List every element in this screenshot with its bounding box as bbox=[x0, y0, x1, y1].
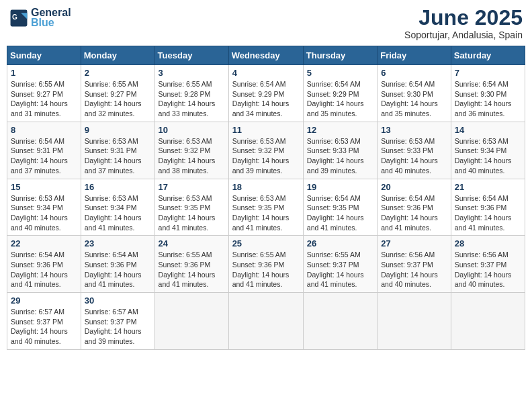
day-number: 9 bbox=[85, 125, 151, 135]
calendar-table: SundayMondayTuesdayWednesdayThursdayFrid… bbox=[7, 46, 525, 350]
day-number: 27 bbox=[381, 238, 447, 248]
calendar-cell bbox=[451, 293, 525, 350]
calendar-cell: 1Sunrise: 6:55 AM Sunset: 9:27 PM Daylig… bbox=[7, 65, 81, 122]
calendar-cell: 15Sunrise: 6:53 AM Sunset: 9:34 PM Dayli… bbox=[7, 179, 81, 236]
day-number: 23 bbox=[85, 238, 151, 248]
calendar-cell: 3Sunrise: 6:55 AM Sunset: 9:28 PM Daylig… bbox=[154, 65, 228, 122]
day-info: Sunrise: 6:57 AM Sunset: 9:37 PM Dayligh… bbox=[85, 307, 151, 347]
calendar-cell bbox=[154, 293, 228, 350]
day-number: 15 bbox=[11, 182, 77, 192]
col-header-saturday: Saturday bbox=[451, 46, 525, 65]
day-number: 12 bbox=[307, 125, 373, 135]
day-info: Sunrise: 6:57 AM Sunset: 9:37 PM Dayligh… bbox=[11, 307, 77, 347]
day-info: Sunrise: 6:54 AM Sunset: 9:31 PM Dayligh… bbox=[11, 136, 77, 176]
day-number: 19 bbox=[307, 182, 373, 192]
title-block: June 2025 Soportujar, Andalusia, Spain bbox=[404, 7, 523, 40]
day-number: 16 bbox=[85, 182, 151, 192]
day-number: 13 bbox=[381, 125, 447, 135]
day-info: Sunrise: 6:53 AM Sunset: 9:34 PM Dayligh… bbox=[455, 136, 521, 176]
day-number: 24 bbox=[159, 238, 225, 248]
day-info: Sunrise: 6:54 AM Sunset: 9:36 PM Dayligh… bbox=[455, 193, 521, 233]
svg-text:G: G bbox=[12, 13, 17, 20]
day-info: Sunrise: 6:55 AM Sunset: 9:36 PM Dayligh… bbox=[232, 250, 300, 289]
day-info: Sunrise: 6:54 AM Sunset: 9:29 PM Dayligh… bbox=[307, 79, 373, 119]
day-number: 20 bbox=[381, 182, 447, 192]
day-number: 25 bbox=[232, 238, 300, 248]
day-number: 29 bbox=[11, 295, 77, 306]
calendar-cell: 19Sunrise: 6:54 AM Sunset: 9:35 PM Dayli… bbox=[303, 179, 377, 236]
col-header-friday: Friday bbox=[378, 46, 451, 65]
calendar-cell: 6Sunrise: 6:54 AM Sunset: 9:30 PM Daylig… bbox=[378, 65, 451, 122]
day-info: Sunrise: 6:54 AM Sunset: 9:30 PM Dayligh… bbox=[381, 79, 447, 119]
logo-icon: G bbox=[9, 9, 28, 28]
day-info: Sunrise: 6:55 AM Sunset: 9:27 PM Dayligh… bbox=[11, 79, 77, 119]
day-info: Sunrise: 6:53 AM Sunset: 9:35 PM Dayligh… bbox=[232, 193, 300, 233]
calendar-cell: 11Sunrise: 6:53 AM Sunset: 9:32 PM Dayli… bbox=[228, 122, 303, 179]
day-info: Sunrise: 6:54 AM Sunset: 9:29 PM Dayligh… bbox=[232, 79, 300, 119]
calendar-cell: 23Sunrise: 6:54 AM Sunset: 9:36 PM Dayli… bbox=[81, 236, 154, 293]
calendar-cell: 8Sunrise: 6:54 AM Sunset: 9:31 PM Daylig… bbox=[7, 122, 81, 179]
calendar-week-row: 22Sunrise: 6:54 AM Sunset: 9:36 PM Dayli… bbox=[7, 236, 525, 293]
day-number: 30 bbox=[85, 295, 151, 306]
day-info: Sunrise: 6:53 AM Sunset: 9:34 PM Dayligh… bbox=[11, 193, 77, 233]
calendar-cell: 4Sunrise: 6:54 AM Sunset: 9:29 PM Daylig… bbox=[228, 65, 303, 122]
col-header-monday: Monday bbox=[81, 46, 154, 65]
day-info: Sunrise: 6:55 AM Sunset: 9:36 PM Dayligh… bbox=[159, 250, 225, 289]
day-number: 14 bbox=[455, 125, 521, 135]
day-number: 5 bbox=[307, 68, 373, 78]
day-info: Sunrise: 6:53 AM Sunset: 9:35 PM Dayligh… bbox=[159, 193, 225, 233]
calendar-cell: 24Sunrise: 6:55 AM Sunset: 9:36 PM Dayli… bbox=[154, 236, 228, 293]
day-number: 21 bbox=[455, 182, 521, 192]
calendar-cell: 9Sunrise: 6:53 AM Sunset: 9:31 PM Daylig… bbox=[81, 122, 154, 179]
day-info: Sunrise: 6:55 AM Sunset: 9:37 PM Dayligh… bbox=[307, 250, 373, 289]
col-header-sunday: Sunday bbox=[7, 46, 81, 65]
calendar-cell: 29Sunrise: 6:57 AM Sunset: 9:37 PM Dayli… bbox=[7, 293, 81, 350]
day-info: Sunrise: 6:53 AM Sunset: 9:32 PM Dayligh… bbox=[232, 136, 300, 176]
calendar-cell: 27Sunrise: 6:56 AM Sunset: 9:37 PM Dayli… bbox=[378, 236, 451, 293]
calendar-cell bbox=[228, 293, 303, 350]
day-number: 11 bbox=[232, 125, 300, 135]
day-number: 3 bbox=[159, 68, 225, 78]
day-info: Sunrise: 6:54 AM Sunset: 9:36 PM Dayligh… bbox=[11, 250, 77, 289]
day-number: 8 bbox=[11, 125, 77, 135]
page-header: G General Blue June 2025 Soportujar, And… bbox=[7, 7, 525, 40]
location-subtitle: Soportujar, Andalusia, Spain bbox=[404, 30, 523, 40]
day-number: 1 bbox=[11, 68, 77, 78]
day-info: Sunrise: 6:56 AM Sunset: 9:37 PM Dayligh… bbox=[455, 250, 521, 289]
calendar-cell: 13Sunrise: 6:53 AM Sunset: 9:33 PM Dayli… bbox=[378, 122, 451, 179]
day-info: Sunrise: 6:54 AM Sunset: 9:35 PM Dayligh… bbox=[307, 193, 373, 233]
calendar-cell: 21Sunrise: 6:54 AM Sunset: 9:36 PM Dayli… bbox=[451, 179, 525, 236]
calendar-cell: 14Sunrise: 6:53 AM Sunset: 9:34 PM Dayli… bbox=[451, 122, 525, 179]
day-number: 4 bbox=[232, 68, 300, 78]
calendar-week-row: 15Sunrise: 6:53 AM Sunset: 9:34 PM Dayli… bbox=[7, 179, 525, 236]
calendar-week-row: 1Sunrise: 6:55 AM Sunset: 9:27 PM Daylig… bbox=[7, 65, 525, 122]
day-number: 28 bbox=[455, 238, 521, 248]
calendar-cell bbox=[378, 293, 451, 350]
day-info: Sunrise: 6:54 AM Sunset: 9:30 PM Dayligh… bbox=[455, 79, 521, 119]
calendar-cell: 12Sunrise: 6:53 AM Sunset: 9:33 PM Dayli… bbox=[303, 122, 377, 179]
calendar-cell: 7Sunrise: 6:54 AM Sunset: 9:30 PM Daylig… bbox=[451, 65, 525, 122]
col-header-thursday: Thursday bbox=[303, 46, 377, 65]
calendar-cell: 28Sunrise: 6:56 AM Sunset: 9:37 PM Dayli… bbox=[451, 236, 525, 293]
day-number: 22 bbox=[11, 238, 77, 248]
calendar-cell: 10Sunrise: 6:53 AM Sunset: 9:32 PM Dayli… bbox=[154, 122, 228, 179]
logo-text: General Blue bbox=[31, 7, 71, 29]
day-info: Sunrise: 6:53 AM Sunset: 9:31 PM Dayligh… bbox=[85, 136, 151, 176]
day-info: Sunrise: 6:56 AM Sunset: 9:37 PM Dayligh… bbox=[381, 250, 447, 289]
calendar-header-row: SundayMondayTuesdayWednesdayThursdayFrid… bbox=[7, 46, 525, 65]
day-number: 10 bbox=[159, 125, 225, 135]
day-info: Sunrise: 6:54 AM Sunset: 9:36 PM Dayligh… bbox=[85, 250, 151, 289]
month-title: June 2025 bbox=[404, 7, 523, 28]
day-info: Sunrise: 6:54 AM Sunset: 9:36 PM Dayligh… bbox=[381, 193, 447, 233]
day-info: Sunrise: 6:53 AM Sunset: 9:33 PM Dayligh… bbox=[381, 136, 447, 176]
calendar-cell: 5Sunrise: 6:54 AM Sunset: 9:29 PM Daylig… bbox=[303, 65, 377, 122]
calendar-cell: 18Sunrise: 6:53 AM Sunset: 9:35 PM Dayli… bbox=[228, 179, 303, 236]
calendar-cell: 2Sunrise: 6:55 AM Sunset: 9:27 PM Daylig… bbox=[81, 65, 154, 122]
day-number: 6 bbox=[381, 68, 447, 78]
day-number: 2 bbox=[85, 68, 151, 78]
calendar-week-row: 8Sunrise: 6:54 AM Sunset: 9:31 PM Daylig… bbox=[7, 122, 525, 179]
calendar-cell bbox=[303, 293, 377, 350]
day-info: Sunrise: 6:53 AM Sunset: 9:33 PM Dayligh… bbox=[307, 136, 373, 176]
calendar-cell: 20Sunrise: 6:54 AM Sunset: 9:36 PM Dayli… bbox=[378, 179, 451, 236]
calendar-cell: 25Sunrise: 6:55 AM Sunset: 9:36 PM Dayli… bbox=[228, 236, 303, 293]
